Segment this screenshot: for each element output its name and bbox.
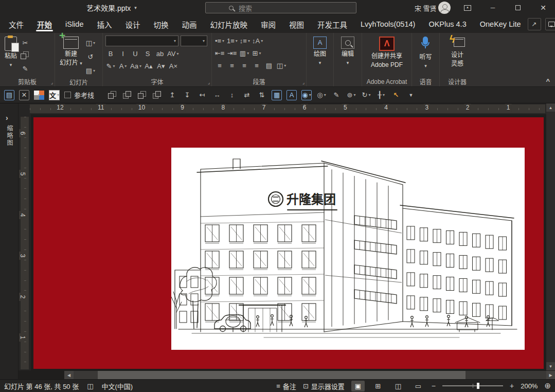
language-indicator[interactable]: 中文(中国) (102, 381, 133, 391)
document-title[interactable]: 艺术效果.pptx ▾ (86, 0, 137, 15)
align-center-icon[interactable]: ≡ (227, 60, 237, 70)
tab-审阅[interactable]: 审阅 (254, 15, 282, 33)
format-painter-icon[interactable]: ✎ (331, 90, 342, 100)
scroll-down-icon[interactable]: ▼ (546, 362, 555, 370)
bold-icon[interactable]: B (105, 48, 116, 59)
distribute-icon[interactable]: ▤ (264, 60, 274, 70)
dialog-launcher-icon[interactable]: ⌟ (208, 80, 210, 85)
tab-设计[interactable]: 设计 (118, 15, 147, 33)
shrink-font-icon[interactable]: A▾ (156, 61, 166, 71)
font-name-combo[interactable]: ▾ (105, 35, 178, 46)
dictate-button[interactable]: 听写 ▾ (417, 35, 434, 77)
send-backward-icon[interactable] (122, 91, 133, 99)
zoom-in-button[interactable]: + (510, 382, 514, 390)
ribbon-display-options-button[interactable]: ▴ (459, 0, 476, 15)
character-spacing-icon[interactable]: AV▾ (167, 48, 178, 59)
vertical-scrollbar[interactable]: ▲ ▼ (546, 103, 555, 370)
minimize-button[interactable]: ─ (484, 0, 502, 15)
align-text-icon[interactable]: ⊞▾ (252, 48, 262, 58)
horizontal-scrollbar[interactable]: ◀ ▶ (64, 371, 546, 379)
rotate-object-icon[interactable]: ↥ (167, 90, 177, 100)
fit-slide-to-window-button[interactable]: ⊕ (544, 381, 551, 390)
share-button[interactable]: ↗ (528, 18, 541, 30)
columns-icon[interactable]: ▥▾ (239, 48, 249, 58)
distribute-horizontal-icon[interactable]: ⇄ (242, 90, 252, 100)
editing-button[interactable]: 编辑 ▾ (339, 35, 356, 77)
tab-插入[interactable]: 插入 (90, 15, 118, 33)
search-input[interactable]: 搜索 (205, 2, 356, 13)
tab-视图[interactable]: 视图 (282, 15, 311, 33)
horizontal-scrollbar-thumb[interactable] (98, 371, 466, 379)
clear-formatting-icon[interactable]: A× (168, 61, 178, 71)
tab-文件[interactable]: 文件 (2, 15, 30, 33)
tab-幻灯片放映[interactable]: 幻灯片放映 (203, 15, 254, 33)
slideshow-button[interactable]: ▭ (411, 381, 425, 391)
align-left-icon[interactable]: ↤ (197, 90, 207, 100)
reading-view-button[interactable]: ◫ (391, 381, 405, 391)
scroll-right-icon[interactable]: ▶ (546, 371, 555, 379)
align-left-icon[interactable]: ≡ (214, 60, 225, 70)
distribute-vertical-icon[interactable]: ⇅ (257, 90, 267, 100)
presentation-view-icon[interactable]: ▤ (4, 90, 14, 100)
maximize-button[interactable] (509, 0, 527, 15)
highlight-color-icon[interactable]: ✎▾ (105, 61, 116, 71)
insert-textbox-icon[interactable]: A (287, 90, 297, 100)
decrease-indent-icon[interactable]: ⇤≡ (214, 48, 225, 58)
crop-icon[interactable]: ╂▾ (376, 90, 386, 100)
increase-indent-icon[interactable]: ⇥≡ (227, 48, 237, 58)
line-spacing-icon[interactable]: ↕≡▾ (240, 35, 250, 46)
close-button[interactable]: ✕ (534, 0, 552, 15)
zoom-slider-thumb[interactable] (477, 383, 479, 389)
display-settings-button[interactable]: ⊡显示器设置 (303, 381, 345, 391)
drawing-button[interactable]: A 绘图 ▾ (311, 35, 329, 77)
collapse-ribbon-button[interactable]: ^ (546, 77, 550, 85)
avatar[interactable] (438, 2, 451, 14)
dialog-launcher-icon[interactable]: ⌟ (51, 80, 53, 85)
guides-checkbox[interactable]: 参考线 (64, 90, 94, 100)
tab-OKPlus 4.3[interactable]: OKPlus 4.3 (422, 15, 473, 33)
comments-button[interactable] (545, 18, 555, 30)
grow-font-icon[interactable]: A▴ (144, 61, 154, 71)
tab-LvyhTools(0514)[interactable]: LvyhTools(0514) (354, 15, 422, 33)
rotate-shape-icon[interactable]: ↻▾ (361, 90, 371, 100)
zoom-level[interactable]: 200% (521, 382, 538, 390)
underline-icon[interactable]: U (130, 48, 140, 59)
italic-icon[interactable]: I (118, 48, 128, 59)
tab-动画[interactable]: 动画 (175, 15, 203, 33)
cut-icon[interactable]: ✂ (20, 38, 30, 48)
tab-切换[interactable]: 切换 (147, 15, 175, 33)
slide-picture[interactable]: 升隆集团 (171, 148, 525, 350)
merge-shapes-icon[interactable]: ⊚▾ (346, 90, 356, 100)
delete-slide-icon[interactable]: ✕ (19, 90, 29, 100)
justify-icon[interactable]: ≡ (252, 60, 262, 70)
expand-pane-icon[interactable]: › (6, 114, 8, 122)
zoom-out-button[interactable]: − (432, 382, 436, 390)
normal-view-button[interactable]: ▣ (351, 381, 365, 391)
strikethrough-icon[interactable]: S (142, 48, 153, 59)
notes-button[interactable]: ≡备注 (276, 381, 296, 391)
slide[interactable]: 升隆集团 (33, 117, 544, 369)
tab-开始[interactable]: 开始 (30, 15, 59, 33)
text-direction-icon[interactable]: ↕A▾ (252, 35, 263, 46)
align-middle-icon[interactable]: ↕ (227, 90, 237, 100)
select-objects-icon[interactable]: ↖ (391, 90, 401, 100)
scroll-up-icon[interactable]: ▲ (546, 103, 555, 112)
bring-to-front-icon[interactable] (137, 91, 148, 99)
slide-sorter-view-button[interactable]: ⊞ (371, 381, 385, 391)
toolbar-overflow-icon[interactable]: ▼ (406, 90, 416, 100)
tab-开发工具[interactable]: 开发工具 (311, 15, 354, 33)
smartart-icon[interactable]: ◫▾ (276, 60, 287, 70)
design-ideas-button[interactable]: ϟ 设计 灵感 (447, 35, 467, 77)
bullets-icon[interactable]: •≡▾ (214, 35, 225, 46)
thumbnail-pane-collapsed[interactable]: › 缩略图 (0, 103, 19, 379)
font-color-icon[interactable]: A▾ (118, 61, 128, 71)
align-right-icon[interactable]: ≡ (239, 60, 249, 70)
shape-outline-icon[interactable]: ◎▾ (316, 90, 327, 100)
paste-button[interactable]: 粘贴 ▾ (3, 35, 19, 77)
send-to-back-icon[interactable] (152, 91, 163, 99)
scroll-left-icon[interactable]: ◀ (64, 371, 74, 379)
text-language-icon[interactable]: 文▾ (49, 90, 60, 100)
new-slide-button[interactable]: + 新建 幻灯片 ▾ (58, 35, 84, 78)
zoom-slider[interactable] (442, 385, 503, 386)
create-share-adobe-pdf-button[interactable]: Λ 创建并共享 Adobe PDF (369, 35, 405, 77)
